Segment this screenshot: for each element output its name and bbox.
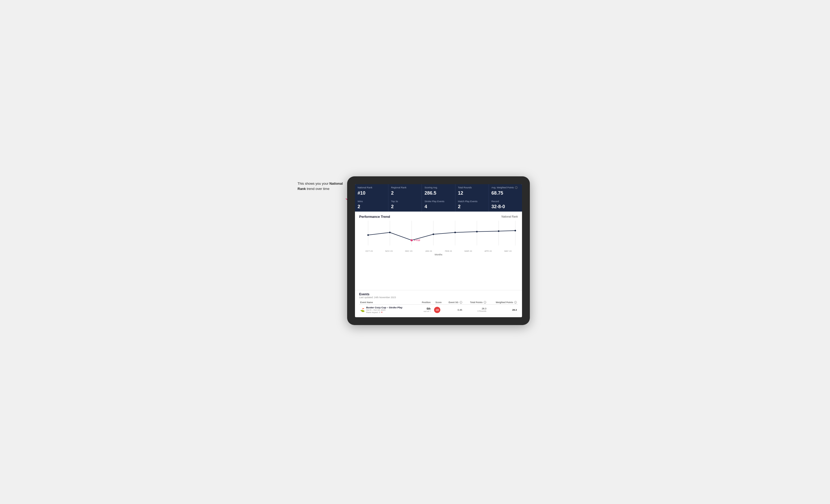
stat-regional-rank: Regional Rank 2 bbox=[388, 184, 421, 198]
col-weighted-points: Weighted Points i bbox=[487, 300, 518, 305]
stat-scoring-avg: Scoring Avg. 286.5 bbox=[422, 184, 455, 198]
tablet-frame: National Rank #10 Regional Rank 2 Scorin… bbox=[347, 176, 530, 325]
stat-regional-rank-label: Regional Rank bbox=[391, 186, 419, 190]
table-row: ⛳ Buster Cozy Cup – Stroke Play Oct 9 – … bbox=[359, 305, 518, 315]
performance-legend: National Rank bbox=[501, 215, 518, 218]
stat-national-rank-label: National Rank bbox=[358, 186, 385, 190]
performance-header: Performance Trend National Rank bbox=[359, 215, 518, 219]
svg-point-13 bbox=[433, 233, 434, 235]
event-score-badge: -22 bbox=[434, 307, 440, 313]
annotation-before: This shows you your bbox=[297, 181, 329, 186]
stat-wins-value: 2 bbox=[358, 204, 385, 209]
annotation-text: This shows you your National Rank trend … bbox=[297, 181, 350, 191]
stat-total-rounds-value: 12 bbox=[458, 191, 486, 196]
event-date: Oct 9 – Oct 10, 2023 bbox=[366, 309, 403, 311]
chart-x-labels: OCT 23 NOV 23 DEC 23 JAN 24 FEB 24 MAR 2… bbox=[359, 249, 518, 253]
events-table-body: ⛳ Buster Cozy Cup – Stroke Play Oct 9 – … bbox=[359, 305, 518, 315]
event-weighted-points-value: 28.3 bbox=[512, 309, 517, 311]
stat-stroke-play: Stroke Play Events 4 bbox=[422, 198, 455, 212]
x-label-mar24: MAR 24 bbox=[458, 250, 478, 252]
stat-record-label: Record bbox=[491, 200, 519, 203]
stats-row-2: Wins 2 Top 3s 2 Stroke Play Events 4 Mat… bbox=[355, 198, 522, 212]
stat-national-rank-value: #10 bbox=[358, 191, 385, 196]
stat-avg-weighted-points-value: 68.75 bbox=[491, 191, 519, 196]
x-label-feb24: FEB 24 bbox=[439, 250, 458, 252]
x-label-may24: MAY 24 bbox=[498, 250, 518, 252]
event-position-cell: 6th out of 7 bbox=[417, 305, 432, 315]
annotation-after: trend over time bbox=[306, 187, 329, 191]
stat-record-value: 32-8-0 bbox=[491, 204, 519, 209]
stat-regional-rank-value: 2 bbox=[391, 191, 419, 196]
stat-record: Record 32-8-0 bbox=[489, 198, 522, 212]
svg-point-17 bbox=[514, 230, 516, 231]
event-total-points-sub: 3 Rounds bbox=[464, 310, 486, 312]
svg-point-18 bbox=[411, 239, 413, 241]
stat-total-rounds-label: Total Rounds bbox=[458, 186, 486, 190]
stat-scoring-avg-label: Scoring Avg. bbox=[424, 186, 452, 190]
rank-impact-arrow: ▼ bbox=[381, 311, 383, 313]
svg-text:● #10: ● #10 bbox=[414, 239, 420, 242]
stat-avg-weighted-points-label: Avg. Weighted Points i bbox=[491, 186, 519, 190]
x-label-jan24: JAN 24 bbox=[419, 250, 439, 252]
svg-point-15 bbox=[476, 231, 478, 232]
col-event-name: Event Name bbox=[359, 300, 417, 305]
stat-match-play-value: 2 bbox=[458, 204, 486, 209]
events-last-updated: Last updated: 24th November 2023 bbox=[359, 296, 518, 299]
performance-section: Performance Trend National Rank bbox=[355, 211, 522, 290]
total-points-info-icon[interactable]: i bbox=[484, 301, 486, 304]
svg-point-14 bbox=[454, 232, 456, 233]
event-golf-icon: ⛳ bbox=[360, 308, 364, 312]
event-details: Buster Cozy Cup – Stroke Play Oct 9 – Oc… bbox=[366, 306, 403, 313]
stat-stroke-play-value: 4 bbox=[424, 204, 452, 209]
performance-chart: ● #10 bbox=[359, 221, 518, 249]
tablet-screen: National Rank #10 Regional Rank 2 Scorin… bbox=[355, 184, 522, 317]
col-score: Score bbox=[432, 300, 443, 305]
stat-top3s-label: Top 3s bbox=[391, 200, 419, 203]
chart-svg: ● #10 bbox=[359, 221, 518, 249]
col-event-sg: Event SG i bbox=[443, 300, 463, 305]
stat-avg-weighted-points: Avg. Weighted Points i 68.75 bbox=[489, 184, 522, 198]
col-position: Position bbox=[417, 300, 432, 305]
event-sg-info-icon[interactable]: i bbox=[459, 301, 462, 304]
event-weighted-points-cell: 28.3 bbox=[487, 305, 518, 315]
event-name: Buster Cozy Cup – Stroke Play bbox=[366, 306, 403, 309]
events-table-header: Event Name Position Score Event SG i Tot… bbox=[359, 300, 518, 305]
stat-national-rank: National Rank #10 bbox=[355, 184, 388, 198]
stat-scoring-avg-value: 286.5 bbox=[424, 191, 452, 196]
stat-top3s-value: 2 bbox=[391, 204, 419, 209]
stat-wins: Wins 2 bbox=[355, 198, 388, 212]
event-total-points-cell: 28.3 3 Rounds bbox=[463, 305, 487, 315]
event-name-cell: ⛳ Buster Cozy Cup – Stroke Play Oct 9 – … bbox=[359, 305, 417, 315]
performance-title: Performance Trend bbox=[359, 215, 390, 219]
x-label-nov23: NOV 23 bbox=[379, 250, 399, 252]
weighted-points-info-icon[interactable]: i bbox=[514, 301, 517, 304]
x-label-apr24: APR 24 bbox=[478, 250, 498, 252]
events-table: Event Name Position Score Event SG i Tot… bbox=[359, 300, 518, 315]
stat-top3s: Top 3s 2 bbox=[388, 198, 421, 212]
events-header-row: Event Name Position Score Event SG i Tot… bbox=[359, 300, 518, 305]
stats-row-1: National Rank #10 Regional Rank 2 Scorin… bbox=[355, 184, 522, 198]
event-total-points-value: 28.3 bbox=[464, 307, 486, 310]
x-label-oct23: OCT 23 bbox=[359, 250, 379, 252]
events-section: Events Last updated: 24th November 2023 … bbox=[355, 290, 522, 317]
event-sg-cell: 0.45 bbox=[443, 305, 463, 315]
event-score-cell: -22 bbox=[432, 305, 443, 315]
event-rank-impact: Rank Impact: 3 ▼ bbox=[366, 311, 403, 313]
stat-match-play-label: Match Play Events bbox=[458, 200, 486, 203]
col-total-points: Total Points i bbox=[463, 300, 487, 305]
stat-total-rounds: Total Rounds 12 bbox=[455, 184, 489, 198]
avg-weighted-info-icon[interactable]: i bbox=[515, 186, 518, 189]
x-label-dec23: DEC 23 bbox=[399, 250, 419, 252]
svg-point-16 bbox=[498, 230, 500, 232]
events-title: Events bbox=[359, 293, 518, 296]
chart-x-axis-label: Months bbox=[359, 253, 518, 256]
stat-stroke-play-label: Stroke Play Events bbox=[424, 200, 452, 203]
stat-wins-label: Wins bbox=[358, 200, 385, 203]
svg-point-11 bbox=[389, 232, 391, 233]
stat-match-play: Match Play Events 2 bbox=[455, 198, 489, 212]
svg-point-10 bbox=[367, 234, 369, 236]
event-position-value: 6th bbox=[418, 307, 430, 310]
event-name-inner: ⛳ Buster Cozy Cup – Stroke Play Oct 9 – … bbox=[360, 306, 416, 313]
scene: This shows you your National Rank trend … bbox=[297, 176, 533, 328]
event-position-sub: out of 7 bbox=[418, 310, 430, 312]
